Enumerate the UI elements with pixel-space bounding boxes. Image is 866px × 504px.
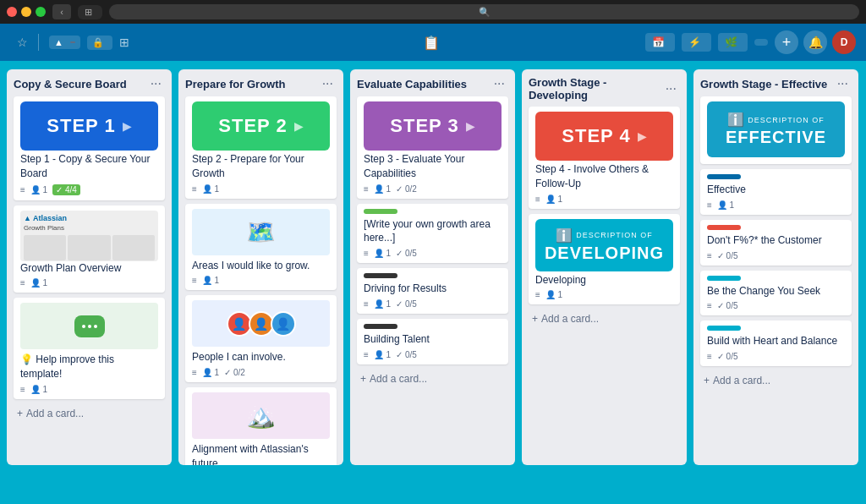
card-title: Step 3 - Evaluate Your Capabilities xyxy=(364,152,502,181)
card-title: Effective xyxy=(707,183,845,197)
calendar-button[interactable]: 📅 xyxy=(645,33,675,52)
card-c1[interactable]: STEP 1 ▶ Step 1 - Copy & Secure Your Boa… xyxy=(14,96,165,200)
step-banner: STEP 4 ▶ xyxy=(535,112,673,161)
effective-card-image: ℹ️ Description of EFFECTIVE xyxy=(707,101,845,157)
top-right-icons: + 🔔 D xyxy=(775,30,856,54)
card-c13[interactable]: ℹ️ Description of DEVELOPING Developing … xyxy=(529,214,680,305)
column-header: Evaluate Capabilities··· xyxy=(357,76,508,91)
card-c9[interactable]: [Write your own growth area here...] ≡ 👤… xyxy=(357,204,508,264)
person-icon: 👤 1 xyxy=(545,194,562,204)
avatar[interactable]: D xyxy=(832,30,856,54)
checklist-badge: ✓ 0/5 xyxy=(717,301,738,310)
tab-icon: ⊞ xyxy=(85,7,92,18)
card-c16[interactable]: Don't F%?* the Customer ≡ ✓ 0/5 xyxy=(700,220,852,266)
card-c12[interactable]: STEP 4 ▶ Step 4 - Involve Others & Follo… xyxy=(529,107,680,209)
column-title: Evaluate Capabilities xyxy=(357,78,491,90)
checklist-badge: ✓ 0/5 xyxy=(717,352,738,361)
column-title: Growth Stage - Developing xyxy=(529,76,662,101)
add-button[interactable]: + xyxy=(775,30,798,54)
ent-badge xyxy=(70,41,75,43)
menu-icon-small: ≡ xyxy=(535,290,540,299)
menu-icon-small: ≡ xyxy=(707,301,712,310)
card-meta: ≡ 👤 1 ✓ 4/4 xyxy=(20,184,158,195)
people-image: 👤 👤 👤 xyxy=(192,300,330,347)
menu-icon-small: ≡ xyxy=(364,299,369,309)
close-button[interactable] xyxy=(7,7,17,17)
person-icon: 👤 1 xyxy=(374,350,391,359)
add-card-button[interactable]: +Add a card... xyxy=(700,371,852,390)
card-title: Growth Plan Overview xyxy=(20,261,158,276)
menu-icon-small: ≡ xyxy=(707,251,712,260)
notifications-button[interactable]: 🔔 xyxy=(803,30,827,54)
info-icon: ℹ️ xyxy=(556,227,573,244)
column-menu-button[interactable]: ··· xyxy=(662,81,680,96)
add-card-button[interactable]: +Add a card... xyxy=(357,370,508,388)
column-menu-button[interactable]: ··· xyxy=(319,76,337,91)
card-title: People I can involve. xyxy=(192,350,330,364)
menu-icon-small: ≡ xyxy=(20,278,25,288)
card-title: Build with Heart and Balance xyxy=(707,334,845,348)
checklist-badge: ✓ 0/2 xyxy=(396,184,417,194)
column-menu-button[interactable]: ··· xyxy=(834,76,852,91)
card-title: Alignment with Atlassian's future. xyxy=(192,442,330,465)
play-icon: ▶ xyxy=(466,119,475,133)
card-meta: ≡ ✓ 0/5 xyxy=(707,251,845,260)
plus-icon: + xyxy=(360,373,366,385)
label-bar xyxy=(364,324,397,329)
growthboard-button[interactable]: ⚡ xyxy=(682,33,711,52)
card-c6[interactable]: 👤 👤 👤 People I can involve. ≡ 👤 1 ✓ 0/2 xyxy=(185,295,337,382)
add-card-label: Add a card... xyxy=(541,313,599,325)
person-icon: 👤 1 xyxy=(374,299,391,309)
add-card-label: Add a card... xyxy=(370,373,427,385)
card-c5[interactable]: 🗺️ Areas I would like to grow. ≡ 👤 1 xyxy=(185,204,337,291)
star-icon[interactable]: ☆ xyxy=(17,36,28,49)
card-c7[interactable]: 🏔️ Alignment with Atlassian's future. ≡ … xyxy=(185,387,337,465)
chat-bubble-image xyxy=(20,303,158,349)
step-text: STEP 3 xyxy=(390,115,458,137)
plus-icon: + xyxy=(704,375,710,386)
play-icon: ▶ xyxy=(294,119,304,133)
treeview-button[interactable]: 🌿 xyxy=(718,33,748,52)
add-card-button[interactable]: +Add a card... xyxy=(14,404,165,423)
atlassian-badge[interactable]: ▲ xyxy=(49,36,80,49)
card-meta: ≡ 👤 1 ✓ 0/5 xyxy=(364,249,502,258)
back-button[interactable]: ‹ xyxy=(52,4,71,19)
column-menu-button[interactable]: ··· xyxy=(147,76,165,91)
menu-icon-small: ≡ xyxy=(364,184,369,194)
card-c8[interactable]: STEP 3 ▶ Step 3 - Evaluate Your Capabili… xyxy=(357,96,508,199)
card-title: Be the Change You Seek xyxy=(707,284,845,299)
card-c3[interactable]: 💡 Help improve this template! ≡ 👤 1 xyxy=(14,298,165,399)
private-badge[interactable]: 🔒 xyxy=(87,36,112,50)
column-menu-button[interactable]: ··· xyxy=(491,76,508,91)
checklist-badge: ✓ 4/4 xyxy=(52,184,80,195)
menu-icon-small: ≡ xyxy=(364,249,369,258)
person-icon: 👤 1 xyxy=(545,290,562,299)
menu-icon-small: ≡ xyxy=(535,194,540,204)
card-c14[interactable]: ℹ️ Description of EFFECTIVE xyxy=(700,96,852,164)
minimize-button[interactable] xyxy=(21,7,31,17)
card-title: [Write your own growth area here...] xyxy=(364,217,502,246)
person-icon: 👤 1 xyxy=(202,184,219,194)
label-bar xyxy=(707,174,741,179)
card-c18[interactable]: Build with Heart and Balance ≡ ✓ 0/5 xyxy=(700,320,852,366)
step-banner: STEP 2 ▶ xyxy=(192,101,330,151)
card-c11[interactable]: Building Talent ≡ 👤 1 ✓ 0/5 xyxy=(357,319,508,364)
card-c4[interactable]: STEP 2 ▶ Step 2 - Prepare for Your Growt… xyxy=(185,96,337,199)
menu-icon-small: ≡ xyxy=(192,368,197,377)
add-card-button[interactable]: +Add a card... xyxy=(529,310,680,328)
card-c15[interactable]: Effective ≡ 👤 1 xyxy=(700,169,852,215)
address-bar[interactable]: 🔍 xyxy=(109,4,859,19)
card-c2[interactable]: ▲ Atlassian Growth Plans Growth Plan Ove… xyxy=(14,205,165,293)
add-card-label: Add a card... xyxy=(26,408,84,419)
card-meta: ≡ 👤 1 ✓ 0/2 xyxy=(192,368,330,377)
column-header: Growth Stage - Developing··· xyxy=(529,76,680,101)
developing-text: DEVELOPING xyxy=(545,244,664,263)
show-menu-button[interactable] xyxy=(754,39,768,46)
atlassian-icon: ▲ xyxy=(54,37,63,47)
maximize-button[interactable] xyxy=(36,7,46,17)
card-c17[interactable]: Be the Change You Seek ≡ ✓ 0/5 xyxy=(700,271,852,316)
card-c10[interactable]: Driving for Results ≡ 👤 1 ✓ 0/5 xyxy=(357,268,508,314)
card-meta: ≡ 👤 1 ✓ 0/2 xyxy=(364,184,502,194)
column-title: Copy & Secure Board xyxy=(14,78,147,90)
column-header: Prepare for Growth··· xyxy=(185,76,337,91)
